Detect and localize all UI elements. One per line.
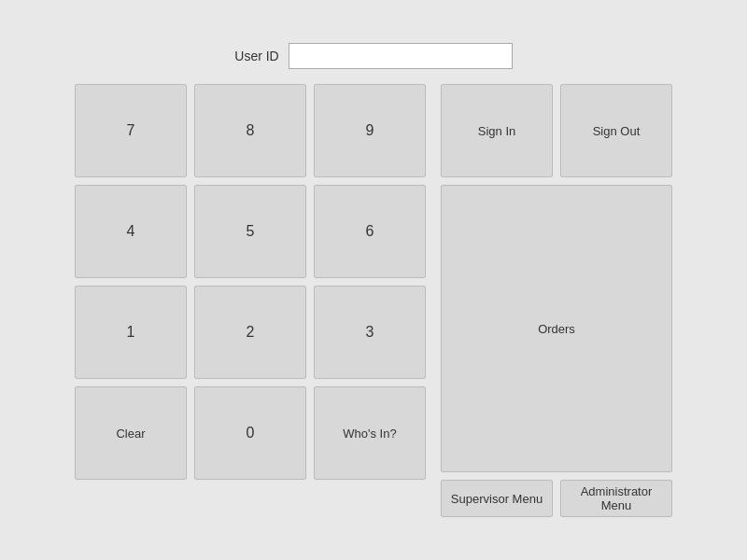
key-3[interactable]: 3 bbox=[314, 286, 426, 379]
key-supervisor-menu[interactable]: Supervisor Menu bbox=[441, 480, 553, 517]
key-4[interactable]: 4 bbox=[75, 185, 187, 278]
right-keypad: Sign In Sign Out Orders Supervisor Menu … bbox=[441, 84, 672, 517]
key-8[interactable]: 8 bbox=[194, 84, 306, 177]
user-id-row: User ID bbox=[234, 43, 512, 69]
user-id-label: User ID bbox=[234, 49, 278, 63]
key-administrator-menu[interactable]: Administrator Menu bbox=[560, 480, 672, 517]
key-7[interactable]: 7 bbox=[75, 84, 187, 177]
left-keypad: 7 8 9 4 5 6 1 2 3 Clear 0 Who's In? bbox=[75, 84, 426, 517]
key-sign-in[interactable]: Sign In bbox=[441, 84, 553, 177]
key-clear[interactable]: Clear bbox=[75, 386, 187, 480]
keypad-area: 7 8 9 4 5 6 1 2 3 Clear 0 Who's In? Sign… bbox=[75, 84, 672, 517]
key-5[interactable]: 5 bbox=[194, 185, 306, 278]
key-9[interactable]: 9 bbox=[314, 84, 426, 177]
key-orders[interactable]: Orders bbox=[441, 185, 672, 472]
key-6[interactable]: 6 bbox=[314, 185, 426, 278]
main-container: User ID 7 8 9 4 5 6 1 2 3 Clear 0 Who's … bbox=[75, 43, 672, 517]
key-2[interactable]: 2 bbox=[194, 286, 306, 379]
key-whos-in[interactable]: Who's In? bbox=[314, 386, 426, 480]
key-sign-out[interactable]: Sign Out bbox=[560, 84, 672, 177]
key-1[interactable]: 1 bbox=[75, 286, 187, 379]
key-0[interactable]: 0 bbox=[194, 386, 306, 480]
user-id-input[interactable] bbox=[289, 43, 513, 69]
